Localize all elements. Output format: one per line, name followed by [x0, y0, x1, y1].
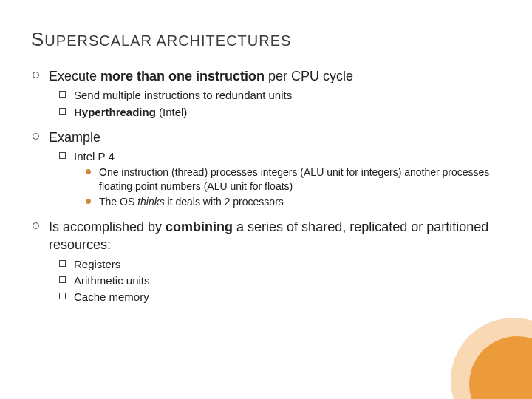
bullet-3: Is accomplished by combining a series of…: [31, 218, 501, 254]
bullet-2-sub-1-detail-2: The OS thinks it deals with 2 processors: [86, 195, 501, 209]
slide-content: Execute more than one instruction per CP…: [31, 67, 501, 304]
b1-s2-post: (Intel): [156, 106, 188, 118]
b1-pre: Execute: [49, 69, 100, 83]
bullet-2-sub-1: Intel P 4: [59, 149, 501, 164]
slide: SUPERSCALAR ARCHITECTURES Execute more t…: [0, 0, 532, 399]
b1-post: per CPU cycle: [265, 69, 353, 83]
b1-s2-bold: Hyperthreading: [74, 106, 156, 118]
b2-d2-post: it deals with 2 processors: [165, 196, 284, 208]
bullet-3-sub-2: Arithmetic units: [59, 273, 501, 288]
title-rest: UPERSCALAR ARCHITECTURES: [44, 33, 291, 49]
b3-pre: Is accomplished by: [49, 219, 166, 234]
b3-bold: combining: [166, 219, 233, 234]
b1-bold: more than one instruction: [100, 69, 265, 83]
b2-d2-italic: thinks: [137, 196, 165, 208]
bullet-2-sub-1-detail-1: One instruction (thread) processes integ…: [86, 166, 501, 194]
slide-title: SUPERSCALAR ARCHITECTURES: [31, 28, 501, 51]
bullet-1-sub-1: Send multiple instructions to redundant …: [59, 88, 501, 103]
bullet-3-sub-3: Cache memory: [59, 290, 501, 304]
title-first-letter: S: [31, 28, 44, 50]
bullet-1: Execute more than one instruction per CP…: [31, 67, 501, 85]
bullet-2: Example: [31, 129, 501, 146]
bullet-1-sub-2: Hyperthreading (Intel): [59, 105, 501, 120]
bullet-3-sub-1: Registers: [59, 257, 501, 272]
b2-d2-pre: The OS: [99, 196, 137, 208]
